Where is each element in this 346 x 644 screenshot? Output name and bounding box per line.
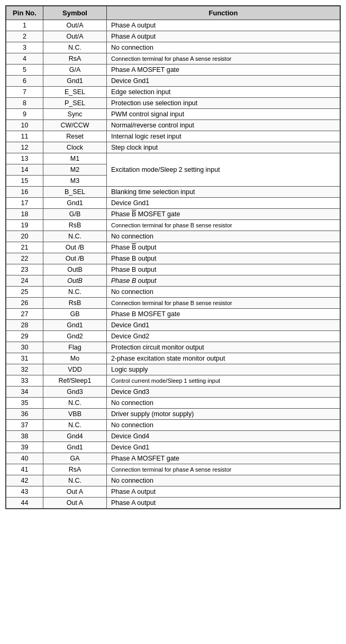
pin-function: Phase A output — [107, 20, 340, 31]
table-row: 16B_SELBlanking time selection input — [6, 187, 340, 198]
pin-function: Phase A output — [107, 486, 340, 498]
pin-symbol: Out/A — [43, 31, 107, 42]
pin-symbol: RsB — [43, 298, 107, 309]
pin-symbol: N.C. — [43, 420, 107, 431]
pin-number: 25 — [6, 287, 43, 298]
pin-function: Phase B MOSFET gate — [107, 209, 340, 220]
table-row: 38Gnd4Device Gnd4 — [6, 431, 340, 442]
pin-number: 7 — [6, 87, 43, 98]
pin-symbol: OutB — [43, 264, 107, 275]
pin-symbol: RsA — [43, 464, 107, 475]
table-row: 18G/BPhase B MOSFET gate — [6, 209, 340, 220]
pin-function: Device Gnd1 — [107, 320, 340, 331]
header-function: Function — [107, 6, 340, 20]
table-row: 35N.C.No connection — [6, 398, 340, 409]
pin-symbol: M3 — [43, 176, 107, 187]
pin-symbol: Gnd3 — [43, 387, 107, 398]
pin-function: No connection — [107, 42, 340, 53]
table-row: 28Gnd1Device Gnd1 — [6, 320, 340, 331]
pin-function: Device Gnd4 — [107, 431, 340, 442]
pin-symbol: G/B — [43, 209, 107, 220]
pin-symbol: Flag — [43, 342, 107, 353]
table-row: 34Gnd3Device Gnd3 — [6, 387, 340, 398]
pin-function: PWM control signal input — [107, 109, 340, 120]
pin-function: Device Gnd1 — [107, 198, 340, 209]
pin-function: Control current mode/Sleep 1 setting inp… — [107, 375, 340, 387]
pin-number: 3 — [6, 42, 43, 53]
table-row: 19RsBConnection terminal for phase B sen… — [6, 220, 340, 231]
pin-number: 30 — [6, 342, 43, 353]
pin-number: 29 — [6, 331, 43, 342]
pin-symbol: Gnd1 — [43, 442, 107, 453]
pin-symbol: N.C. — [43, 42, 107, 53]
pin-number: 4 — [6, 53, 43, 65]
pin-number: 42 — [6, 475, 43, 486]
pin-function: No connection — [107, 287, 340, 298]
table-row: 5G/APhase A MOSFET gate — [6, 65, 340, 76]
table-row: 29Gnd2Device Gnd2 — [6, 331, 340, 342]
pin-function: Connection terminal for phase B sense re… — [107, 220, 340, 231]
pin-symbol: Sync — [43, 109, 107, 120]
pin-symbol: Out A — [43, 498, 107, 509]
pin-number: 19 — [6, 220, 43, 231]
pin-number: 35 — [6, 398, 43, 409]
pin-number: 5 — [6, 65, 43, 76]
table-row: 24OutBPhase B output — [6, 275, 340, 287]
table-row: 7E_SELEdge selection input — [6, 87, 340, 98]
pin-number: 36 — [6, 409, 43, 420]
pin-number: 17 — [6, 198, 43, 209]
pin-symbol: Gnd1 — [43, 76, 107, 87]
pin-number: 34 — [6, 387, 43, 398]
pin-function: No connection — [107, 475, 340, 486]
pin-number: 14 — [6, 164, 43, 176]
pin-number: 44 — [6, 498, 43, 509]
pin-symbol: Gnd1 — [43, 198, 107, 209]
pin-function: Phase A output — [107, 498, 340, 509]
table-row: 31Mo2-phase excitation state monitor out… — [6, 353, 340, 364]
pin-function: Phase A output — [107, 31, 340, 42]
pin-number: 41 — [6, 464, 43, 475]
table-row: 43Out APhase A output — [6, 486, 340, 498]
pin-function: Connection terminal for phase B sense re… — [107, 298, 340, 309]
pin-function: Excitation mode/Sleep 2 setting input — [107, 153, 340, 187]
pin-table-container: Pin No. Symbol Function 1Out/APhase A ou… — [5, 5, 341, 509]
pin-symbol: N.C. — [43, 231, 107, 242]
pin-function: Phase B output — [107, 242, 340, 253]
pin-function: Device Gnd2 — [107, 331, 340, 342]
pin-number: 39 — [6, 442, 43, 453]
table-row: 11ResetInternal logic reset input — [6, 131, 340, 142]
pin-function: Protection use selection input — [107, 98, 340, 109]
table-row: 8P_SELProtection use selection input — [6, 98, 340, 109]
pin-number: 40 — [6, 453, 43, 464]
pin-symbol: Gnd4 — [43, 431, 107, 442]
pin-number: 11 — [6, 131, 43, 142]
pin-symbol: CW/CCW — [43, 120, 107, 131]
pin-symbol: N.C. — [43, 398, 107, 409]
pin-function: 2-phase excitation state monitor output — [107, 353, 340, 364]
pin-number: 26 — [6, 298, 43, 309]
pin-number: 24 — [6, 275, 43, 287]
pin-symbol: Gnd2 — [43, 331, 107, 342]
pin-function: No connection — [107, 398, 340, 409]
table-row: 42N.C.No connection — [6, 475, 340, 486]
pin-function: Protection circuit monitor output — [107, 342, 340, 353]
pin-number: 18 — [6, 209, 43, 220]
pin-symbol: Out /B — [43, 242, 107, 253]
pin-symbol: Out A — [43, 486, 107, 498]
pin-number: 10 — [6, 120, 43, 131]
pin-number: 12 — [6, 142, 43, 153]
pin-symbol: Reset — [43, 131, 107, 142]
table-row: 21Out /BPhase B output — [6, 242, 340, 253]
pin-symbol: RsB — [43, 220, 107, 231]
pin-symbol: VDD — [43, 364, 107, 375]
table-row: 4RsAConnection terminal for phase A sens… — [6, 53, 340, 65]
table-row: 12ClockStep clock input — [6, 142, 340, 153]
table-row: 33Ref/Sleep1Control current mode/Sleep 1… — [6, 375, 340, 387]
table-row: 10CW/CCWNormal/reverse control input — [6, 120, 340, 131]
pin-number: 33 — [6, 375, 43, 387]
pin-table: Pin No. Symbol Function 1Out/APhase A ou… — [6, 6, 340, 509]
pin-number: 43 — [6, 486, 43, 498]
pin-function: Phase B MOSFET gate — [107, 309, 340, 320]
pin-number: 15 — [6, 176, 43, 187]
pin-function: Step clock input — [107, 142, 340, 153]
